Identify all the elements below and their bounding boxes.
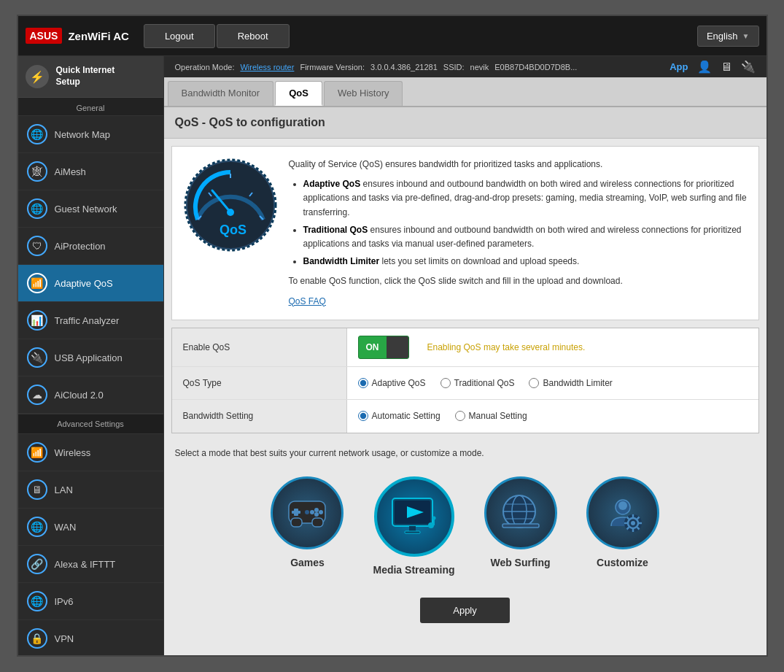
usb-icon[interactable]: 🔌	[741, 60, 756, 74]
bandwidth-limiter-radio[interactable]	[529, 378, 539, 388]
enable-qos-toggle[interactable]: ON	[358, 336, 409, 359]
traditional-qos-strong: Traditional QoS	[303, 225, 368, 235]
info-bar: Operation Mode: Wireless router Firmware…	[164, 56, 766, 77]
ssid-label: SSID:	[443, 63, 465, 72]
qos-description-area: QoS Quality of Service (QoS) ensures ban…	[171, 146, 759, 320]
media-streaming-label: Media Streaming	[373, 564, 454, 576]
customize-label: Customize	[597, 557, 648, 568]
traditional-qos-radio-label[interactable]: Traditional QoS	[440, 378, 515, 388]
wireless-icon: 📶	[27, 442, 47, 463]
svg-point-16	[310, 510, 314, 514]
quick-setup-button[interactable]: ⚡ Quick InternetSetup	[18, 56, 163, 98]
manual-setting-radio-label[interactable]: Manual Setting	[455, 411, 527, 421]
user-icon[interactable]: 👤	[697, 60, 712, 74]
adaptive-qos-radio[interactable]	[358, 378, 368, 388]
guest-network-icon: 🌐	[27, 198, 47, 219]
logo-area: ASUS ZenWiFi AC	[26, 28, 129, 44]
operation-mode-value[interactable]: Wireless router	[240, 63, 294, 72]
general-section-title: General	[18, 98, 163, 116]
app-icon[interactable]: App	[669, 61, 688, 72]
tab-qos[interactable]: QoS	[275, 81, 322, 106]
sidebar-item-guest-network[interactable]: 🌐 Guest Network	[18, 190, 163, 228]
web-surfing-label: Web Surfing	[490, 557, 550, 568]
sidebar: ⚡ Quick InternetSetup General 🌐 Network …	[18, 56, 164, 655]
qos-type-radio-group: Adaptive QoS Traditional QoS Bandwidth L…	[358, 378, 613, 388]
bandwidth-limiter-radio-label[interactable]: Bandwidth Limiter	[529, 378, 612, 388]
operation-mode-label: Operation Mode:	[175, 63, 235, 72]
quick-setup-label: Quick InternetSetup	[56, 65, 115, 88]
main-window: ASUS ZenWiFi AC Logout Reboot English ▼ …	[17, 15, 768, 657]
adaptive-qos-icon: 📶	[27, 273, 47, 293]
sidebar-item-adaptive-qos[interactable]: 📶 Adaptive QoS	[18, 265, 163, 302]
mode-customize[interactable]: Customize	[586, 476, 659, 576]
logout-button[interactable]: Logout	[144, 24, 215, 48]
language-selector[interactable]: English ▼	[697, 26, 759, 47]
enable-qos-label: Enable QoS	[172, 328, 347, 366]
bandwidth-setting-label: Bandwidth Setting	[172, 400, 347, 433]
sidebar-item-label: Network Map	[55, 129, 111, 140]
sidebar-item-aicloud[interactable]: ☁ AiCloud 2.0	[18, 376, 163, 414]
manual-setting-radio[interactable]	[455, 411, 465, 421]
svg-text:QoS: QoS	[220, 223, 247, 237]
auto-setting-radio[interactable]	[358, 411, 368, 421]
sidebar-item-label: Guest Network	[55, 204, 117, 215]
games-icon	[271, 476, 344, 549]
adaptive-qos-option: Adaptive QoS	[372, 378, 426, 388]
sidebar-item-aiprotection[interactable]: 🛡 AiProtection	[18, 228, 163, 265]
apply-button[interactable]: Apply	[420, 598, 510, 623]
svg-point-25	[428, 522, 434, 528]
sidebar-item-wan[interactable]: 🌐 WAN	[18, 509, 163, 546]
mode-web-surfing[interactable]: Web Surfing	[484, 476, 557, 576]
alexa-icon: 🔗	[27, 554, 47, 574]
sidebar-item-traffic-analyzer[interactable]: 📊 Traffic Analyzer	[18, 302, 163, 339]
traditional-qos-radio[interactable]	[440, 378, 451, 388]
tab-bandwidth-monitor[interactable]: Bandwidth Monitor	[168, 81, 274, 106]
auto-setting-radio-label[interactable]: Automatic Setting	[358, 411, 440, 421]
qos-type-value: Adaptive QoS Traditional QoS Bandwidth L…	[347, 367, 758, 399]
sidebar-item-ipv6[interactable]: 🌐 IPv6	[18, 583, 163, 620]
svg-point-27	[432, 516, 435, 520]
adaptive-qos-item: Adaptive QoS ensures inbound and outboun…	[303, 177, 748, 220]
sidebar-item-vpn[interactable]: 🔒 VPN	[18, 620, 163, 655]
sidebar-item-label: IPv6	[55, 596, 74, 607]
bandwidth-limiter-item: Bandwidth Limiter lets you set limits on…	[303, 255, 748, 269]
mode-games[interactable]: Games	[271, 476, 344, 576]
qos-faq-link[interactable]: QoS FAQ	[289, 296, 326, 306]
monitor-icon[interactable]: 🖥	[721, 61, 732, 74]
wan-icon: 🌐	[27, 517, 47, 537]
top-nav-buttons: Logout Reboot	[144, 24, 290, 48]
mode-media-streaming[interactable]: Media Streaming	[373, 476, 454, 576]
traditional-qos-option: Traditional QoS	[454, 378, 515, 388]
mode-icons-area: Games	[164, 466, 766, 587]
traditional-qos-item: Traditional QoS ensures inbound and outb…	[303, 223, 748, 251]
adaptive-qos-radio-label[interactable]: Adaptive QoS	[358, 378, 426, 388]
traditional-qos-desc: ensures inbound and outbound bandwidth o…	[303, 225, 742, 249]
sidebar-item-lan[interactable]: 🖥 LAN	[18, 471, 163, 509]
advanced-section-title: Advanced Settings	[18, 414, 163, 434]
asus-logo: ASUS	[26, 28, 63, 44]
bandwidth-setting-value: Automatic Setting Manual Setting	[347, 400, 758, 433]
sidebar-item-label: Adaptive QoS	[55, 278, 113, 289]
enable-qos-row: Enable QoS ON Enabling QoS may take seve…	[172, 328, 758, 367]
reboot-button[interactable]: Reboot	[217, 24, 290, 48]
svg-rect-19	[312, 518, 323, 527]
svg-rect-23	[409, 526, 416, 531]
sidebar-item-label: WAN	[55, 522, 77, 533]
sidebar-item-alexa[interactable]: 🔗 Alexa & IFTTT	[18, 546, 163, 583]
svg-point-15	[314, 512, 319, 517]
product-name: ZenWiFi AC	[68, 30, 128, 42]
dropdown-arrow-icon: ▼	[742, 32, 750, 40]
sidebar-item-usb-application[interactable]: 🔌 USB Application	[18, 339, 163, 376]
sidebar-item-network-map[interactable]: 🌐 Network Map	[18, 116, 163, 153]
sidebar-item-wireless[interactable]: 📶 Wireless	[18, 434, 163, 471]
info-icons: App 👤 🖥 🔌	[669, 60, 755, 74]
mac-value: E0B87D4BD0D7D8B...	[494, 63, 577, 72]
svg-point-14	[319, 510, 323, 514]
svg-point-17	[305, 510, 309, 514]
network-map-icon: 🌐	[27, 124, 47, 144]
qos-type-row: QoS Type Adaptive QoS Traditional QoS	[172, 367, 758, 400]
toggle-slider	[387, 336, 408, 358]
settings-table: Enable QoS ON Enabling QoS may take seve…	[171, 328, 759, 433]
tab-web-history[interactable]: Web History	[324, 81, 403, 106]
sidebar-item-aimesh[interactable]: 🕸 AiMesh	[18, 153, 163, 190]
